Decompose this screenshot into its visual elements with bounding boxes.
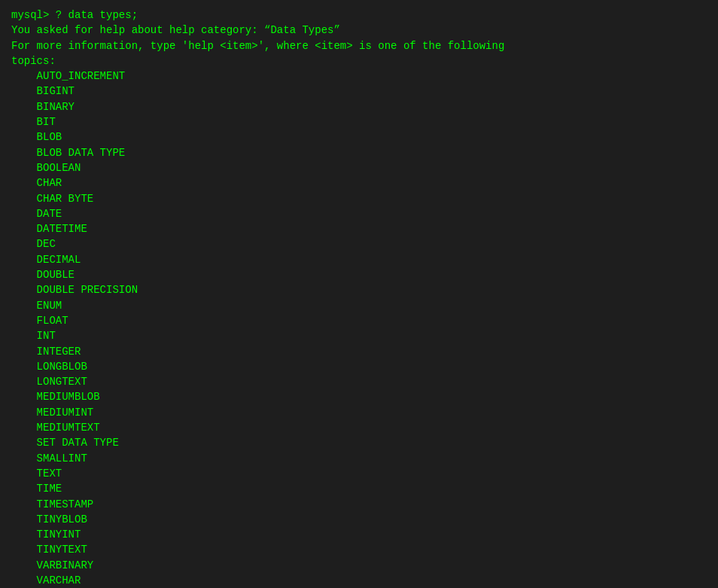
terminal-window: mysql> ? data types; You asked for help … bbox=[0, 0, 718, 588]
terminal-output: mysql> ? data types; You asked for help … bbox=[11, 8, 707, 588]
